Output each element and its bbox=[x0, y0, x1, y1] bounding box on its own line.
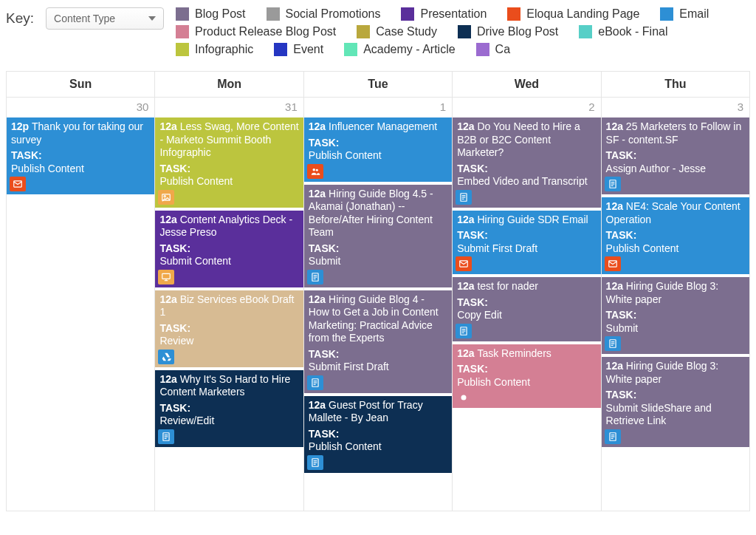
legend-label: Drive Blog Post bbox=[477, 25, 558, 38]
content-type-selected: Content Type bbox=[54, 13, 115, 24]
event-time: 12a bbox=[159, 120, 179, 132]
event-time: 12a bbox=[159, 293, 179, 305]
task-label: TASK: bbox=[159, 402, 298, 415]
svg-rect-3 bbox=[162, 273, 171, 279]
calendar-event[interactable]: 12a Biz Services eBook Draft 1TASK:Revie… bbox=[155, 290, 303, 367]
legend-label: Email bbox=[679, 7, 709, 21]
task-text: Submit bbox=[606, 322, 745, 335]
task-text: Publish Content bbox=[606, 242, 745, 256]
legend-label: Social Promotions bbox=[286, 7, 381, 21]
event-title: Less Swag, More Content - Marketo Summit… bbox=[159, 120, 298, 158]
event-time: 12a bbox=[457, 347, 477, 359]
calendar-event[interactable]: 12a 25 Marketers to Follow in SF - conte… bbox=[602, 117, 749, 194]
chevron-down-icon bbox=[148, 16, 156, 21]
calendar-event[interactable]: 12a Why It's So Hard to Hire Content Mar… bbox=[155, 370, 303, 447]
svg-point-10 bbox=[312, 168, 315, 171]
task-text: Submit First Draft bbox=[457, 242, 596, 256]
calendar-event[interactable]: 12a Influencer ManagementTASK:Publish Co… bbox=[304, 117, 452, 182]
svg-point-33 bbox=[461, 395, 467, 401]
task-text: Publish Content bbox=[11, 163, 150, 176]
swatch-icon bbox=[176, 7, 189, 21]
calendar-event[interactable]: 12a Content Analytics Deck - Jesse Preso… bbox=[155, 211, 303, 287]
task-text: Submit Content bbox=[159, 255, 298, 268]
swatch-icon bbox=[267, 7, 280, 21]
event-time: 12a bbox=[606, 120, 626, 132]
event-time: 12a bbox=[159, 373, 179, 385]
calendar-event[interactable]: 12a Hiring Guide Blog 4 - How to Get a J… bbox=[304, 290, 452, 393]
legend-item-email[interactable]: Email bbox=[660, 7, 709, 21]
legend-bar: Key: Content Type Blog PostSocial Promot… bbox=[6, 7, 750, 56]
calendar-event[interactable]: 12a NE4: Scale Your Content OperationTAS… bbox=[602, 197, 749, 274]
calendar-grid: SunMonTueWedThu3012p Thank you for takin… bbox=[6, 71, 750, 511]
legend-item-blog_post[interactable]: Blog Post bbox=[176, 7, 245, 21]
legend-item-social[interactable]: Social Promotions bbox=[267, 7, 381, 21]
task-text: Publish Content bbox=[309, 149, 447, 163]
calendar-event[interactable]: 12a Hiring Guide Blog 4.5 - Akamai (Jona… bbox=[304, 185, 452, 287]
swatch-icon bbox=[176, 43, 189, 56]
swatch-icon bbox=[176, 25, 189, 38]
task-text: Publish Content bbox=[309, 440, 447, 454]
preso-icon bbox=[158, 270, 174, 284]
task-text: Copy Edit bbox=[457, 309, 596, 322]
mail-icon bbox=[605, 256, 621, 271]
calendar-event[interactable]: 12a Hiring Guide Blog 3: White paperTASK… bbox=[602, 277, 749, 354]
calendar-event[interactable]: 12a Hiring Guide Blog 3: White paperTASK… bbox=[602, 357, 749, 447]
task-label: TASK: bbox=[457, 296, 596, 310]
doc-icon bbox=[605, 177, 621, 191]
event-title: Why It's So Hard to Hire Content Markete… bbox=[159, 373, 290, 398]
day-cell: 212a Do You Need to Hire a B2B or B2C Co… bbox=[453, 98, 601, 511]
task-label: TASK: bbox=[457, 363, 596, 376]
task-text: Submit SlideShare and Retrieve Link bbox=[606, 402, 745, 428]
legend-label: eBook - Final bbox=[598, 25, 667, 38]
content-type-select[interactable]: Content Type bbox=[46, 7, 164, 30]
legend-item-ebook_final[interactable]: eBook - Final bbox=[579, 25, 667, 38]
legend-item-infographic[interactable]: Infographic bbox=[176, 43, 253, 56]
event-time: 12a bbox=[457, 214, 477, 225]
event-time: 12a bbox=[309, 293, 329, 305]
legend-item-case_study[interactable]: Case Study bbox=[357, 25, 437, 38]
image-icon bbox=[158, 190, 174, 205]
swatch-icon bbox=[357, 25, 370, 38]
calendar-event[interactable]: 12a test for naderTASK:Copy Edit bbox=[453, 277, 600, 341]
event-title: test for nader bbox=[477, 280, 538, 292]
task-text: Submit bbox=[309, 255, 447, 268]
legend: Blog PostSocial PromotionsPresentationEl… bbox=[176, 7, 750, 56]
legend-item-presentation[interactable]: Presentation bbox=[401, 7, 487, 21]
task-label: TASK: bbox=[606, 309, 745, 322]
calendar-event[interactable]: 12p Thank you for taking our surveyTASK:… bbox=[7, 117, 154, 194]
task-label: TASK: bbox=[309, 242, 447, 256]
task-text: Publish Content bbox=[457, 376, 596, 389]
task-label: TASK: bbox=[159, 163, 298, 176]
event-time: 12a bbox=[606, 360, 626, 372]
calendar-event[interactable]: 12a Hiring Guide SDR EmailTASK:Submit Fi… bbox=[453, 211, 600, 275]
swatch-icon bbox=[579, 25, 592, 38]
legend-label: Academy - Article bbox=[363, 43, 455, 56]
event-time: 12p bbox=[11, 120, 32, 132]
legend-label: Ca bbox=[495, 43, 510, 56]
legend-item-academy[interactable]: Academy - Article bbox=[344, 43, 455, 56]
legend-label: Product Release Blog Post bbox=[195, 25, 336, 38]
legend-item-drive_blog[interactable]: Drive Blog Post bbox=[458, 25, 558, 38]
swatch-icon bbox=[344, 43, 357, 56]
doc-icon bbox=[158, 429, 174, 444]
day-cell: 112a Influencer ManagementTASK:Publish C… bbox=[304, 98, 453, 511]
calendar-event[interactable]: 12a Guest Post for Tracy Mallete - By Je… bbox=[304, 396, 452, 473]
task-label: TASK: bbox=[309, 137, 447, 150]
event-time: 12a bbox=[457, 120, 477, 132]
task-label: TASK: bbox=[11, 149, 150, 163]
calendar-event[interactable]: 12a Do You Need to Hire a B2B or B2C Con… bbox=[453, 117, 600, 208]
doc-icon bbox=[307, 270, 323, 284]
day-cell: 3112a Less Swag, More Content - Marketo … bbox=[155, 98, 303, 511]
calendar-event[interactable]: 12a Less Swag, More Content - Marketo Su… bbox=[155, 117, 303, 208]
legend-item-product_release[interactable]: Product Release Blog Post bbox=[176, 25, 336, 38]
legend-item-eloqua[interactable]: Eloqua Landing Page bbox=[507, 7, 639, 21]
event-time: 12a bbox=[309, 399, 329, 411]
day-number: 3 bbox=[602, 98, 749, 117]
legend-label: Presentation bbox=[420, 7, 487, 21]
swatch-icon bbox=[476, 43, 489, 56]
task-label: TASK: bbox=[606, 229, 745, 242]
legend-label: Blog Post bbox=[195, 7, 245, 21]
calendar-event[interactable]: 12a Task RemindersTASK:Publish Content bbox=[453, 344, 600, 409]
legend-item-event[interactable]: Event bbox=[274, 43, 323, 56]
legend-item-extra[interactable]: Ca bbox=[476, 43, 510, 56]
